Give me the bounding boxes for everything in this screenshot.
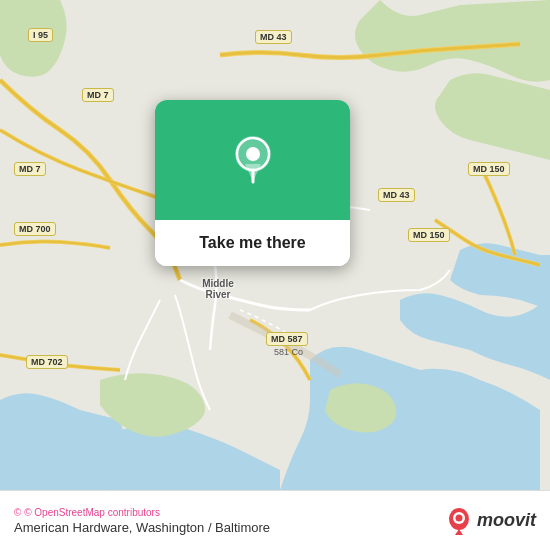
svg-point-6 [455,514,462,521]
copyright-symbol: © [14,507,21,518]
attribution: © © OpenStreetMap contributors [14,507,270,518]
map-container: I 95 MD 43 MD 7 MD 7 MD 700 MD 43 MD 150… [0,0,550,490]
road-label-i95: I 95 [28,28,53,42]
place-label-middle-river: MiddleRiver [188,278,248,300]
label-581co: 581 Co [274,347,303,357]
road-label-md150-top: MD 150 [468,162,510,176]
take-me-there-button[interactable]: Take me there [155,220,350,266]
bottom-bar: © © OpenStreetMap contributors American … [0,490,550,550]
moovit-pin-icon [445,507,473,535]
moovit-logo: moovit [445,507,536,535]
road-label-md7-left: MD 7 [14,162,46,176]
road-label-md702: MD 702 [26,355,68,369]
road-label-md700: MD 700 [14,222,56,236]
popup-green-header [155,100,350,220]
popup-card: Take me there [155,100,350,266]
road-label-md150-bot: MD 150 [408,228,450,242]
road-label-md43-right: MD 43 [378,188,415,202]
road-label-md587: MD 587 [266,332,308,346]
attribution-label: © OpenStreetMap contributors [24,507,160,518]
svg-point-3 [246,147,260,161]
moovit-brand-text: moovit [477,510,536,531]
road-label-md43-top: MD 43 [255,30,292,44]
place-info: American Hardware, Washington / Baltimor… [14,520,270,535]
road-label-md7-top: MD 7 [82,88,114,102]
location-pin-icon [227,134,279,186]
